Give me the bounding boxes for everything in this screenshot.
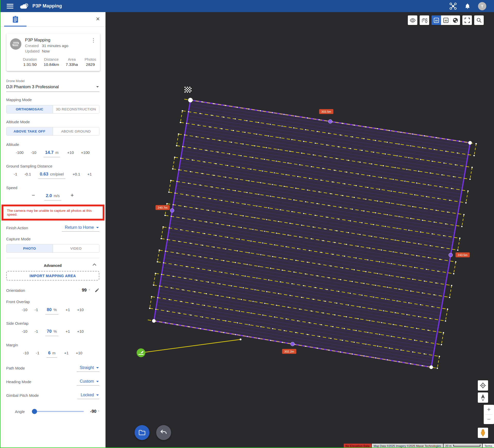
map-2d-button[interactable]: 2D bbox=[431, 15, 441, 25]
midpoint-handle[interactable] bbox=[328, 120, 332, 124]
vertex-handle[interactable] bbox=[152, 319, 156, 323]
compass-button[interactable] bbox=[478, 392, 488, 403]
import-mapping-area-button[interactable]: IMPORT MAPPING AREA bbox=[6, 271, 99, 280]
photo-point bbox=[371, 236, 372, 237]
capture-mode-photo[interactable]: PHOTO bbox=[6, 244, 53, 252]
drone-status-icon[interactable] bbox=[449, 2, 457, 10]
heading-mode-select[interactable]: Custom bbox=[77, 379, 99, 385]
front-overlap-plus-10-button[interactable]: +10 bbox=[77, 308, 84, 312]
tab-mission-plan[interactable] bbox=[4, 12, 27, 27]
margin-minus-10-button[interactable]: -10 bbox=[23, 351, 29, 355]
photo-point bbox=[344, 256, 345, 257]
zoom-in-button[interactable]: + bbox=[484, 405, 494, 414]
front-overlap-minus-1-button[interactable]: -1 bbox=[34, 308, 38, 312]
vertex-handle[interactable] bbox=[188, 98, 193, 102]
altitude-mode-above-ground[interactable]: ABOVE GROUND bbox=[53, 127, 99, 135]
user-avatar[interactable]: T bbox=[478, 2, 486, 10]
midpoint-handle[interactable] bbox=[449, 253, 453, 257]
speed-value-field[interactable]: 2.0m/s bbox=[44, 193, 61, 200]
altitude-plus-100-button[interactable]: +100 bbox=[81, 150, 90, 155]
midpoint-handle[interactable] bbox=[291, 342, 295, 346]
photo-point bbox=[328, 350, 329, 351]
photo-point bbox=[317, 203, 318, 204]
margin-plus-1-button[interactable]: +1 bbox=[64, 351, 69, 355]
edit-pencil-icon[interactable] bbox=[95, 288, 99, 293]
photo-point bbox=[278, 293, 279, 294]
capture-mode-video[interactable]: VIDEO bbox=[53, 244, 99, 252]
photo-point bbox=[188, 111, 189, 112]
mission-menu-button[interactable]: ⋮ bbox=[90, 38, 97, 53]
altitude-value-field[interactable]: 14.7m bbox=[43, 150, 60, 157]
map-search-button[interactable] bbox=[474, 15, 484, 25]
speed-decrease-button[interactable]: − bbox=[32, 192, 35, 198]
angle-slider[interactable] bbox=[32, 409, 84, 414]
advanced-section-header[interactable]: Advanced bbox=[0, 263, 105, 268]
midpoint-handle[interactable] bbox=[170, 209, 174, 213]
vertex-handle[interactable] bbox=[429, 365, 433, 369]
start-flag-icon bbox=[184, 88, 186, 89]
photo-point bbox=[237, 322, 238, 323]
mission-card[interactable]: P3P Mapping Created 31 minutes ago Updat… bbox=[6, 33, 100, 71]
mission-map[interactable]: 303.5m240.7m243.5m302.2m bbox=[105, 12, 494, 448]
altitude-mode-above-take-off[interactable]: ABOVE TAKE OFF bbox=[6, 127, 53, 135]
altitude-minus-100-button[interactable]: -100 bbox=[16, 150, 23, 155]
photo-point bbox=[299, 164, 300, 165]
flight-turn-connector bbox=[470, 167, 472, 179]
slider-thumb[interactable] bbox=[32, 409, 37, 414]
margin-minus-1-button[interactable]: -1 bbox=[36, 351, 39, 355]
gimbal-pitch-mode-value: Locked bbox=[81, 393, 94, 397]
photo-point bbox=[381, 249, 382, 250]
side-overlap-plus-1-button[interactable]: +1 bbox=[66, 329, 70, 333]
notifications-bell-icon[interactable] bbox=[465, 3, 470, 9]
drone-model-select[interactable]: DJI Phantom 3 Professional bbox=[6, 83, 99, 92]
map-globe-button[interactable] bbox=[451, 15, 460, 25]
pegman-button[interactable] bbox=[478, 428, 488, 438]
open-missions-button[interactable] bbox=[135, 425, 149, 440]
speed-increase-button[interactable]: + bbox=[70, 192, 74, 198]
vertex-handle[interactable] bbox=[468, 141, 472, 145]
mapping-mode-orthomosaic[interactable]: ORTHOMOSAIC bbox=[6, 105, 53, 113]
margin-value-field[interactable]: 6m bbox=[47, 350, 57, 358]
path-mode-select[interactable]: Straight bbox=[77, 365, 99, 372]
mapping-mode-3d-reconstruction[interactable]: 3D RECONSTRUCTION bbox=[53, 105, 99, 113]
start-flag-icon bbox=[190, 89, 192, 90]
side-overlap-minus-10-button[interactable]: -10 bbox=[22, 329, 28, 333]
photo-point bbox=[198, 268, 199, 269]
map-3d-button[interactable]: 3D bbox=[441, 15, 451, 25]
mission-map-canvas[interactable]: 303.5m240.7m243.5m302.2m bbox=[105, 12, 494, 448]
altitude-minus-10-button[interactable]: -10 bbox=[31, 150, 36, 155]
menu-icon[interactable] bbox=[7, 4, 13, 8]
start-flag-icon bbox=[187, 91, 188, 93]
front-overlap-minus-10-button[interactable]: -10 bbox=[22, 308, 28, 312]
photo-point bbox=[295, 188, 296, 189]
mission-avatar bbox=[10, 38, 21, 50]
side-overlap-minus-1-button[interactable]: -1 bbox=[34, 329, 38, 333]
gsd-minus-1-button[interactable]: -1 bbox=[14, 172, 17, 176]
photo-point bbox=[260, 254, 261, 255]
gsd-minus-0.1-button[interactable]: -0.1 bbox=[24, 172, 31, 176]
map-style-button[interactable] bbox=[420, 15, 429, 25]
photo-point bbox=[282, 342, 283, 343]
fullscreen-button[interactable] bbox=[462, 15, 472, 25]
turn-point bbox=[445, 320, 446, 322]
zoom-out-button[interactable]: − bbox=[484, 415, 494, 424]
front-overlap-plus-1-button[interactable]: +1 bbox=[66, 308, 70, 312]
gsd-value-field[interactable]: 0.63cm/pixel bbox=[38, 172, 65, 179]
undo-button[interactable] bbox=[156, 425, 171, 440]
photo-point bbox=[200, 113, 201, 114]
visibility-toggle-button[interactable] bbox=[408, 15, 417, 25]
finish-action-select[interactable]: Return to Home bbox=[62, 225, 99, 232]
mapping-area-fill[interactable] bbox=[154, 100, 470, 367]
side-overlap-plus-10-button[interactable]: +10 bbox=[77, 329, 84, 333]
close-panel-button[interactable]: × bbox=[96, 15, 100, 22]
photo-point bbox=[317, 275, 318, 276]
altitude-plus-10-button[interactable]: +10 bbox=[67, 150, 74, 155]
photo-point bbox=[287, 162, 288, 163]
side-overlap-value-field[interactable]: 70% bbox=[45, 329, 58, 336]
gsd-plus-0.1-button[interactable]: +0.1 bbox=[73, 172, 80, 176]
gimbal-pitch-mode-select[interactable]: Locked bbox=[77, 393, 99, 399]
margin-plus-10-button[interactable]: +10 bbox=[76, 351, 82, 355]
front-overlap-value-field[interactable]: 80% bbox=[45, 307, 58, 314]
my-location-button[interactable] bbox=[478, 380, 488, 391]
gsd-plus-1-button[interactable]: +1 bbox=[87, 172, 92, 176]
